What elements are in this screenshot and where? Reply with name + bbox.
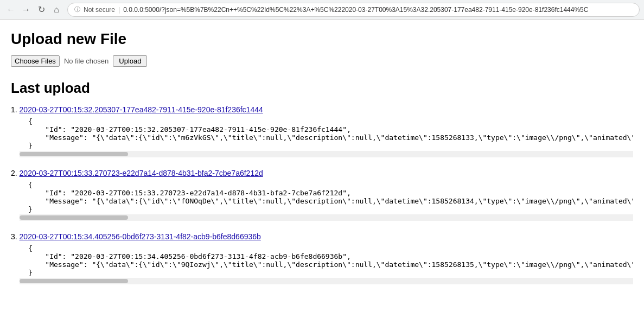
json-block-wrapper-3: { "Id": "2020-03-27T00:15:34.405256-0bd6… bbox=[20, 241, 633, 285]
not-secure-label: Not secure bbox=[84, 6, 115, 14]
json-block-2: { "Id": "2020-03-27T00:15:33.270723-e22d… bbox=[28, 181, 633, 213]
url-text: 0.0.0.0:5000/?json=%5B%7B%22Cn++%5C%22Id… bbox=[123, 6, 588, 14]
scrollbar-thumb-1 bbox=[20, 152, 128, 156]
list-item: 2020-03-27T00:15:33.270723-e22d7a14-d878… bbox=[11, 169, 633, 221]
upload-link-2[interactable]: 2020-03-27T00:15:33.270723-e22d7a14-d878… bbox=[20, 169, 263, 177]
address-bar[interactable]: ⓘ Not secure | 0.0.0.0:5000/?json=%5B%7B… bbox=[67, 3, 640, 17]
scrollbar-1[interactable] bbox=[20, 151, 633, 157]
url-separator: | bbox=[118, 6, 120, 14]
back-button[interactable]: ← bbox=[4, 3, 17, 16]
json-block-wrapper-1: { "Id": "2020-03-27T00:15:32.205307-177e… bbox=[20, 114, 633, 158]
scrollbar-thumb-3 bbox=[20, 279, 128, 283]
scrollbar-2[interactable] bbox=[20, 214, 633, 221]
json-block-1: { "Id": "2020-03-27T00:15:32.205307-177e… bbox=[28, 117, 633, 150]
list-item: 2020-03-27T00:15:34.405256-0bd6f273-3131… bbox=[11, 232, 633, 285]
list-item: 2020-03-27T00:15:32.205307-177ea482-7911… bbox=[11, 105, 633, 158]
json-block-3: { "Id": "2020-03-27T00:15:34.405256-0bd6… bbox=[28, 244, 633, 277]
upload-list: 2020-03-27T00:15:32.205307-177ea482-7911… bbox=[11, 105, 633, 285]
upload-link-3[interactable]: 2020-03-27T00:15:34.405256-0bd6f273-3131… bbox=[20, 232, 261, 241]
browser-chrome: ← → ↻ ⌂ ⓘ Not secure | 0.0.0.0:5000/?jso… bbox=[0, 0, 644, 20]
forward-button[interactable]: → bbox=[20, 3, 33, 16]
scrollbar-3[interactable] bbox=[20, 278, 633, 284]
lock-icon: ⓘ bbox=[74, 5, 80, 14]
json-block-wrapper-2: { "Id": "2020-03-27T00:15:33.270723-e22d… bbox=[20, 177, 633, 221]
no-file-label: No file chosen bbox=[64, 57, 109, 65]
upload-form: Choose Files No file chosen Upload bbox=[11, 55, 633, 67]
home-button[interactable]: ⌂ bbox=[50, 3, 63, 16]
upload-link-1[interactable]: 2020-03-27T00:15:32.205307-177ea482-7911… bbox=[20, 105, 263, 114]
page-title: Upload new File bbox=[11, 30, 633, 48]
upload-button[interactable]: Upload bbox=[113, 55, 147, 67]
page-content: Upload new File Choose Files No file cho… bbox=[0, 20, 644, 307]
choose-files-button[interactable]: Choose Files bbox=[11, 55, 60, 67]
last-upload-title: Last upload bbox=[11, 80, 633, 97]
scrollbar-thumb-2 bbox=[20, 215, 128, 220]
nav-buttons: ← → ↻ ⌂ bbox=[4, 3, 63, 16]
reload-button[interactable]: ↻ bbox=[35, 3, 48, 16]
